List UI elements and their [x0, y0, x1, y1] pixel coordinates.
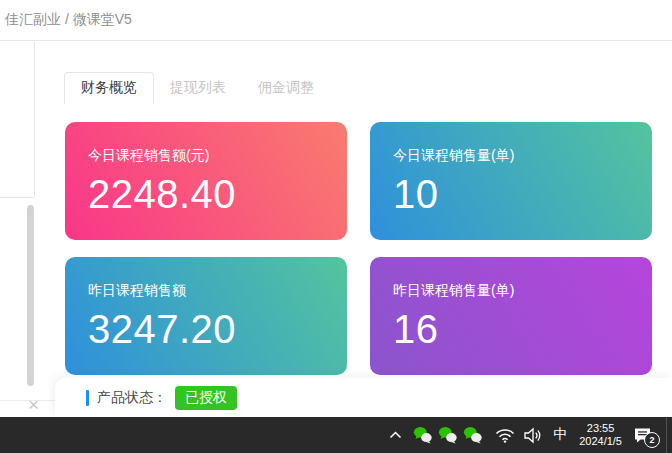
card-label: 今日课程销售量(单): [393, 147, 652, 165]
tab-finance-overview[interactable]: 财务概览: [64, 72, 154, 104]
left-rail-divider: [34, 42, 35, 197]
card-yesterday-sales-count: 昨日课程销售量(单) 16: [370, 257, 652, 375]
card-today-sales-amount: 今日课程销售额(元) 2248.40: [65, 122, 347, 240]
taskbar: 中 23:55 2024/1/5 2: [0, 417, 672, 453]
tab-commission-adjust[interactable]: 佣金调整: [242, 72, 330, 104]
product-status-panel: 产品状态： 已授权: [55, 378, 672, 418]
chevron-up-icon[interactable]: [389, 431, 402, 439]
card-yesterday-sales-amount: 昨日课程销售额 3247.20: [65, 257, 347, 375]
card-label: 昨日课程销售额: [88, 282, 347, 300]
card-today-sales-count: 今日课程销售量(单) 10: [370, 122, 652, 240]
status-badge: 已授权: [175, 386, 237, 410]
wechat-icon[interactable]: [463, 426, 483, 444]
tab-bar: 财务概览 提现列表 佣金调整: [64, 72, 330, 104]
left-rail-bottom-divider: [0, 197, 34, 198]
close-icon[interactable]: ×: [28, 395, 39, 414]
status-accent-bar: [86, 390, 89, 406]
card-value: 10: [393, 174, 652, 214]
volume-icon[interactable]: [523, 427, 544, 444]
wechat-icon[interactable]: [413, 426, 433, 444]
wifi-icon[interactable]: [495, 427, 515, 443]
breadcrumb-text[interactable]: 佳汇副业 / 微课堂V5: [5, 11, 132, 29]
card-label: 昨日课程销售量(单): [393, 282, 652, 300]
product-status-label: 产品状态：: [97, 389, 167, 407]
clock-time: 23:55: [587, 422, 615, 435]
card-label: 今日课程销售额(元): [88, 147, 347, 165]
taskbar-clock[interactable]: 23:55 2024/1/5: [579, 422, 622, 448]
breadcrumb: 佳汇副业 / 微课堂V5: [0, 0, 672, 41]
tab-withdraw-list[interactable]: 提现列表: [154, 72, 242, 104]
card-value: 16: [393, 309, 652, 349]
wechat-icon[interactable]: [438, 426, 458, 444]
clock-date: 2024/1/5: [579, 435, 622, 448]
card-value: 2248.40: [88, 174, 347, 214]
action-center-icon[interactable]: 2: [633, 427, 653, 444]
notification-count-badge: 2: [644, 432, 660, 448]
ime-indicator[interactable]: 中: [553, 426, 567, 444]
stat-cards: 今日课程销售额(元) 2248.40 今日课程销售量(单) 10 昨日课程销售额…: [65, 122, 652, 375]
show-desktop-divider[interactable]: [666, 417, 667, 453]
screen: 佳汇副业 / 微课堂V5 × 财务概览 提现列表 佣金调整 今日课程销售额(元)…: [0, 0, 672, 453]
card-value: 3247.20: [88, 309, 347, 349]
scrollbar-thumb[interactable]: [27, 205, 34, 386]
